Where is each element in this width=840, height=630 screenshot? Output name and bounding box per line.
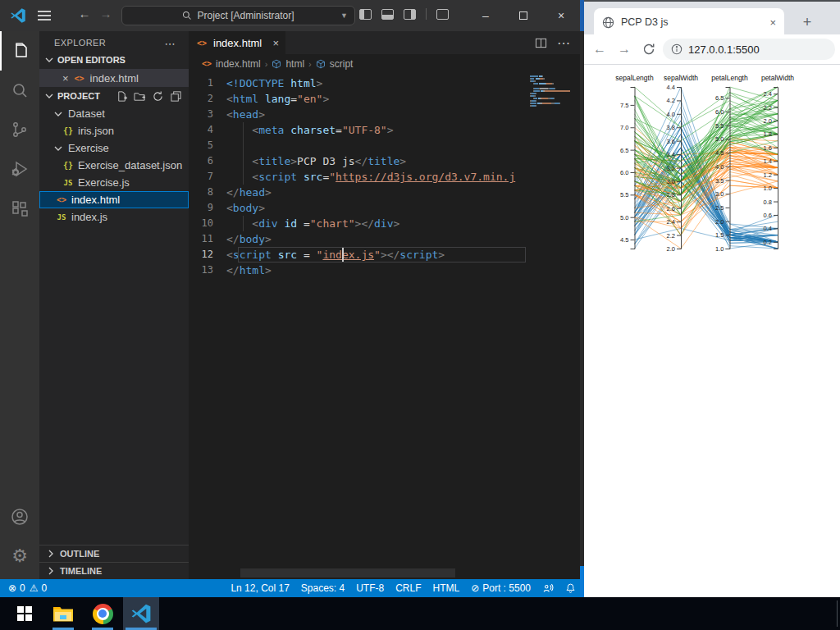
browser-tab[interactable]: PCP D3 js × [594,8,784,36]
explorer-more-icon[interactable]: ⋯ [165,38,176,51]
back-arrow-icon[interactable]: ← [75,7,94,21]
errors-indicator[interactable]: ⊗0 [8,582,25,594]
run-debug-icon[interactable] [0,149,39,189]
reload-icon[interactable] [638,39,660,60]
settings-gear-icon[interactable]: ⚙ [0,536,39,576]
toggle-secondary-sidebar-icon[interactable] [404,9,416,20]
code-line-13[interactable]: 13</html> [189,262,529,278]
browser-tabstrip: PCP D3 js × + [584,0,840,34]
minimap[interactable] [530,75,573,107]
close-tab-icon[interactable]: × [272,37,279,49]
command-center-search[interactable]: Project [Administrator] ▼ [121,6,355,25]
forward-icon[interactable]: → [614,39,635,60]
collapse-folders-icon[interactable] [170,90,182,103]
code-line-2[interactable]: 2<html lang="en"> [189,91,529,107]
tree-item-exercise-dataset-json[interactable]: {}Exercise_dataset.json [39,157,189,174]
svg-text:1.2: 1.2 [764,171,772,179]
breadcrumb[interactable]: <> index.html › html › script [189,54,580,73]
broadcast-person-icon[interactable] [542,582,554,594]
address-bar[interactable]: 127.0.0.1:5500 [663,39,835,60]
chrome-taskbar-icon[interactable] [84,597,121,630]
close-tab-icon[interactable]: × [769,16,776,29]
project-section[interactable]: PROJECT [39,87,189,105]
warnings-indicator[interactable]: ⚠0 [30,582,47,594]
open-editors-section[interactable]: OPEN EDITORS [39,51,189,69]
svg-text:2.0: 2.0 [764,117,772,125]
code-line-1[interactable]: 1<!DOCTYPE html> [189,75,529,91]
new-folder-icon[interactable] [134,90,146,103]
forward-arrow-icon[interactable]: → [97,7,115,21]
svg-text:6.5: 6.5 [620,147,628,154]
eol-sequence[interactable]: CRLF [395,582,421,594]
file-explorer-taskbar-icon[interactable] [45,597,81,630]
new-file-icon[interactable] [116,90,128,103]
breadcrumb-separator: › [265,59,268,69]
svg-text:petalLength: petalLength [711,74,748,82]
notifications-bell-icon[interactable] [565,582,576,594]
search-sidebar-icon[interactable] [0,71,39,110]
axis-petalLength[interactable]: 1.01.52.02.53.03.54.04.55.05.56.06.5peta… [711,74,748,253]
editor-more-icon[interactable]: ⋯ [557,35,570,51]
encoding[interactable]: UTF-8 [356,582,384,594]
split-editor-icon[interactable] [535,37,547,49]
cursor-position[interactable]: Ln 12, Col 17 [231,582,289,594]
close-button[interactable]: × [542,0,580,31]
refresh-icon[interactable] [152,90,164,103]
svg-text:3.0: 3.0 [667,178,675,185]
extensions-icon[interactable] [0,189,39,228]
code-line-6[interactable]: 6 <title>PCP D3 js</title> [189,153,529,169]
timeline-section[interactable]: TIMELINE [39,562,189,579]
source-control-icon[interactable] [0,110,39,149]
minimize-button[interactable]: – [467,0,504,31]
info-icon[interactable] [671,43,682,55]
svg-text:4.0: 4.0 [667,111,675,118]
tree-item-exercise-js[interactable]: JSExercise.js [39,174,189,191]
tree-item-dataset[interactable]: Dataset [39,105,189,122]
explorer-icon[interactable] [0,31,39,71]
language-mode[interactable]: HTML [433,582,460,594]
start-button[interactable] [7,597,43,630]
new-tab-button[interactable]: + [797,12,817,32]
code-line-3[interactable]: 3<head> [189,107,529,122]
customize-layout-icon[interactable] [436,9,449,20]
back-icon[interactable]: ← [589,39,610,60]
chevron-down-icon: ▼ [340,11,348,20]
indentation[interactable]: Spaces: 4 [301,582,345,594]
svg-text:5.0: 5.0 [715,135,724,143]
account-icon[interactable] [0,497,39,536]
toggle-panel-icon[interactable] [381,9,394,20]
code-line-4[interactable]: 4 <meta charset="UTF-8"> [189,122,529,138]
open-editor-index-html[interactable]: × <> index.html [39,69,189,87]
live-server-port[interactable]: ⊘Port : 5500 [471,582,531,594]
menu-icon[interactable] [38,11,51,21]
close-icon[interactable]: × [62,72,69,84]
tab-index-html[interactable]: <> index.html × [189,31,285,54]
html-file-icon: <> [202,59,212,68]
line-number: 2 [189,91,226,107]
tree-item-index-html[interactable]: <>index.html [39,191,189,208]
code-line-10[interactable]: 10 <div id ="chart"></div> [189,216,529,231]
code-line-5[interactable]: 5 [189,138,529,153]
maximize-button[interactable] [504,0,542,31]
svg-text:3.0: 3.0 [715,190,724,198]
url-text: 127.0.0.1:5500 [688,43,760,56]
code-area[interactable]: 1<!DOCTYPE html>2<html lang="en">3<head>… [189,73,580,579]
svg-text:0.6: 0.6 [764,212,772,219]
vscode-taskbar-icon[interactable] [123,597,159,630]
text-cursor [342,248,344,262]
outline-section[interactable]: OUTLINE [39,545,189,562]
toggle-sidebar-icon[interactable] [359,9,372,20]
code-line-7[interactable]: 7 <script src="https://d3js.org/d3.v7.mi… [189,169,529,185]
js-file-icon: JS [62,179,75,187]
horizontal-scrollbar[interactable] [240,568,455,578]
indent-guide [243,122,244,185]
axis-petalWidth[interactable]: 0.20.40.60.81.01.21.41.61.82.02.22.4peta… [761,74,794,249]
code-line-8[interactable]: 8</head> [189,185,529,200]
line-number: 9 [189,200,226,216]
tree-item-index-js[interactable]: JSindex.js [39,208,189,226]
status-bar: ⊗0 ⚠0 Ln 12, Col 17 Spaces: 4 UTF-8 CRLF… [0,579,584,597]
tree-item-iris-json[interactable]: {}iris.json [39,122,189,139]
tree-item-exercise[interactable]: Exercise [39,139,189,157]
code-line-9[interactable]: 9<body> [189,200,529,216]
code-line-11[interactable]: 11</body> [189,231,529,247]
